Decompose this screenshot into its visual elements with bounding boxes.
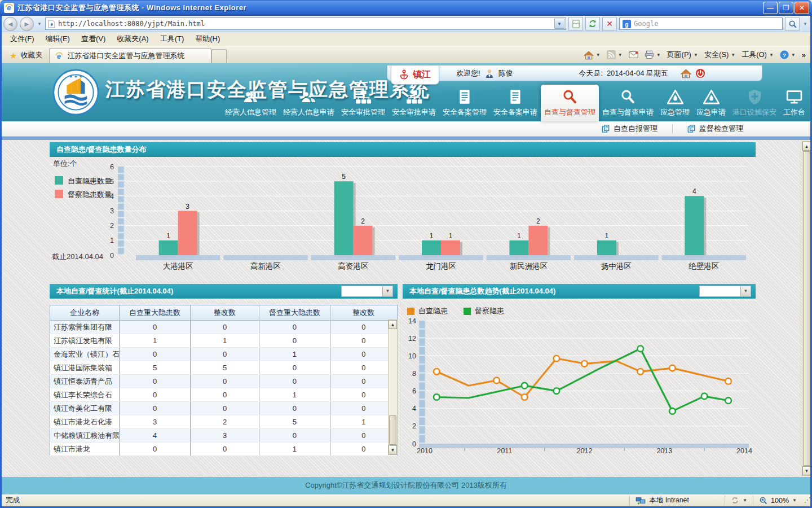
search-input[interactable]: Google <box>634 20 779 28</box>
page-scroll-up-button[interactable]: ▲ <box>802 142 811 151</box>
menu-item-5[interactable]: 帮助(H) <box>189 32 226 46</box>
recent-pages-dropdown[interactable]: ▼ <box>36 21 43 27</box>
table-column-header[interactable]: 整改数 <box>330 305 397 321</box>
table-column-header[interactable]: 整改数 <box>190 305 259 321</box>
nav-item-7[interactable]: 自查与督查申请 <box>599 85 657 121</box>
zoom-dropdown[interactable]: ▼ <box>792 498 797 503</box>
table-scroll-up-button[interactable]: ▲ <box>389 320 397 329</box>
nav-item-0[interactable]: 经营人信息管理 <box>222 85 280 121</box>
tab-active[interactable]: e 江苏省港口安全监管与应急管理系统 <box>49 48 211 63</box>
nav-item-label: 安全审批管理 <box>341 107 385 117</box>
search-options-dropdown[interactable]: ▼ <box>802 21 809 27</box>
command-item-dropdown[interactable]: ▼ <box>769 52 774 58</box>
help-button[interactable]: ? ▼ <box>780 50 796 59</box>
protected-mode-dropdown[interactable]: ▼ <box>743 498 747 503</box>
table-scroll-thumb[interactable] <box>389 415 396 445</box>
zoom-control[interactable]: 100% ▼ <box>753 496 802 505</box>
submenu-item-0[interactable]: 自查自报管理 <box>587 124 672 134</box>
resize-grip[interactable] <box>804 497 810 504</box>
minimize-button[interactable]: — <box>763 2 778 14</box>
menu-item-1[interactable]: 编辑(E) <box>40 32 76 46</box>
print-button[interactable]: ▼ <box>645 50 661 59</box>
table-column-header[interactable]: 自查重大隐患数 <box>120 305 190 321</box>
command-item-dropdown[interactable]: ▼ <box>731 52 735 58</box>
nav-item-3[interactable]: 安全审批申请 <box>389 85 439 121</box>
table-row[interactable]: 中储粮镇江粮油有限4300 <box>50 429 398 443</box>
new-tab-button[interactable] <box>211 49 227 63</box>
table-row[interactable]: 江苏索普集团有限0000 <box>50 321 398 334</box>
bar-chart: 0123456单位:个自查隐患数量督察隐患数量截止2014.04.04大港港区高… <box>50 157 756 271</box>
help-dropdown[interactable]: ▼ <box>791 52 796 58</box>
line-panel-select[interactable]: ▼ <box>699 286 751 297</box>
company-name-cell: 中储粮镇江粮油有限 <box>50 429 120 443</box>
table-row[interactable]: 江苏镇江发电有限1100 <box>50 334 398 348</box>
home-button[interactable]: ▼ <box>584 50 601 60</box>
menu-item-2[interactable]: 查看(V) <box>76 32 111 46</box>
table-column-header[interactable]: 企业名称 <box>50 305 120 321</box>
close-button[interactable]: ✕ <box>795 2 809 14</box>
favorites-button[interactable]: ★ 收藏夹 <box>3 47 49 63</box>
print-dropdown[interactable]: ▼ <box>656 52 661 58</box>
line-select-arrow-icon[interactable]: ▼ <box>740 286 751 296</box>
logout-power-icon[interactable] <box>695 68 705 78</box>
company-name-cell: 镇江市港龙石化港 <box>50 415 120 429</box>
table-column-header[interactable]: 督查重大隐患数 <box>259 305 330 321</box>
command-item-dropdown[interactable]: ▼ <box>694 52 698 58</box>
nav-item-8[interactable]: 应急管理 <box>657 85 693 121</box>
protected-mode-button[interactable]: ▼ <box>725 496 753 505</box>
table-panel-select[interactable]: ▼ <box>341 286 393 297</box>
nav-item-1[interactable]: 经营人信息申请 <box>280 85 338 121</box>
value-cell: 1 <box>259 348 330 361</box>
command-item-0[interactable]: 页面(P)▼ <box>667 50 698 60</box>
table-row[interactable]: 镇江恒泰沥青产品0000 <box>50 375 398 388</box>
restore-button[interactable]: ❐ <box>779 2 793 14</box>
table-scrollbar[interactable]: ▲ ▼ <box>388 319 398 455</box>
table-row[interactable]: 镇江李长荣综合石0010 <box>50 388 398 402</box>
back-button[interactable]: ◄ <box>3 17 17 31</box>
portal-home-icon[interactable] <box>681 68 691 78</box>
refresh-button[interactable] <box>585 17 600 30</box>
table-row[interactable]: 镇江奇美化工有限0000 <box>50 402 398 415</box>
nav-item-label: 自查与督查申请 <box>602 107 654 117</box>
command-overflow-chevron[interactable]: » <box>802 51 806 59</box>
stop-button[interactable]: ✕ <box>602 17 617 30</box>
value-cell: 0 <box>120 321 190 334</box>
compatibility-view-button[interactable] <box>568 17 583 30</box>
address-field[interactable]: e http://localhost:8080/yjpt/Main.html ▼ <box>45 17 566 30</box>
menu-item-0[interactable]: 文件(F) <box>5 32 40 46</box>
nav-item-10[interactable]: 港口设施保安 <box>729 85 780 121</box>
main-nav: 经营人信息管理经营人信息申请安全审批管理安全审批申请安全备案管理安全备案申请自查… <box>222 85 809 121</box>
page-scroll-down-button[interactable]: ▼ <box>802 466 811 475</box>
feeds-button[interactable]: ▼ <box>607 50 623 59</box>
command-item-2[interactable]: 工具(O)▼ <box>742 50 774 60</box>
menu-item-4[interactable]: 工具(T) <box>155 32 190 46</box>
submenu-item-1[interactable]: 监督检查管理 <box>673 124 758 134</box>
table-row[interactable]: 金海宏业（镇江）石0010 <box>50 348 398 361</box>
mail-button[interactable] <box>629 51 638 59</box>
nav-item-6[interactable]: 自查与督查管理 <box>541 85 599 121</box>
forward-button[interactable]: ► <box>20 17 34 31</box>
location-tab[interactable]: 镇江 <box>391 65 439 85</box>
table-row[interactable]: 镇江市港龙0010 <box>50 443 398 456</box>
url-text[interactable]: http://localhost:8080/yjpt/Main.html <box>58 20 551 28</box>
url-dropdown-button[interactable]: ▼ <box>554 19 564 29</box>
ie-tab-icon: e <box>55 52 63 60</box>
bar-value-label: 5 <box>342 173 346 181</box>
search-button[interactable] <box>785 17 800 30</box>
nav-item-2[interactable]: 安全审批管理 <box>338 85 389 121</box>
page-scroll-thumb[interactable] <box>803 151 810 466</box>
table-row[interactable]: 镇江港国际集装箱5500 <box>50 361 398 375</box>
table-row[interactable]: 镇江市港龙石化港3251 <box>50 415 398 429</box>
table-header-row: 企业名称自查重大隐患数整改数督查重大隐患数整改数 <box>50 305 398 321</box>
nav-item-11[interactable]: 工作台 <box>780 85 809 121</box>
search-box[interactable]: g Google <box>619 17 783 30</box>
menu-item-3[interactable]: 收藏夹(A) <box>111 32 154 46</box>
feeds-dropdown[interactable]: ▼ <box>618 52 623 58</box>
home-dropdown[interactable]: ▼ <box>596 52 601 58</box>
table-select-arrow-icon[interactable]: ▼ <box>382 286 392 296</box>
nav-item-9[interactable]: 应急申请 <box>693 85 729 121</box>
nav-item-4[interactable]: 安全备案管理 <box>439 85 490 121</box>
command-item-1[interactable]: 安全(S)▼ <box>704 50 735 60</box>
table-scroll-down-button[interactable]: ▼ <box>389 445 397 454</box>
nav-item-5[interactable]: 安全备案申请 <box>490 85 541 121</box>
